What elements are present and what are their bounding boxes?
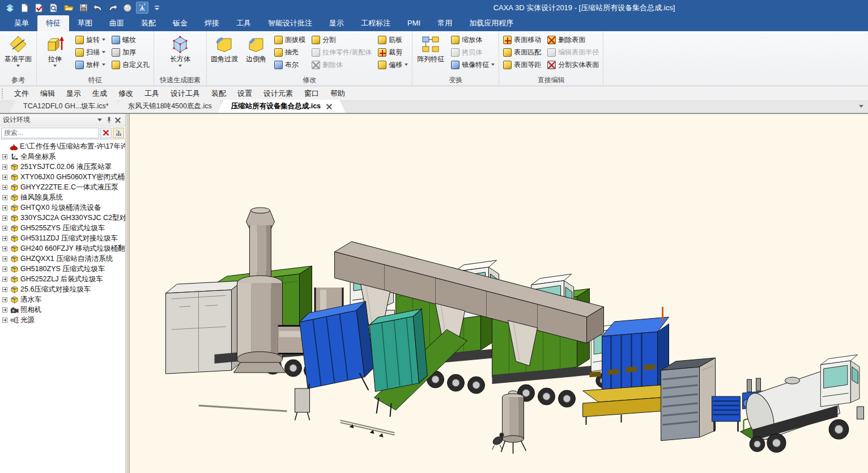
tab-list-dropdown-icon[interactable] [859,105,863,110]
toolbar-options-icon[interactable] [151,2,163,14]
new-document-icon[interactable] [18,2,31,14]
container-handler[interactable] [602,307,669,392]
menu-modify[interactable]: 修改 [113,86,139,101]
expand-icon[interactable] [2,164,7,170]
menu-edit[interactable]: 编辑 [35,86,61,101]
tree-item-camera[interactable]: 照相机 [0,305,125,315]
expand-icon[interactable] [2,277,7,282]
pin-icon[interactable] [104,116,113,125]
tab-display[interactable]: 显示 [321,15,352,31]
toolbar-grip[interactable] [2,88,5,99]
draft-face-button[interactable]: 面拔模 [272,34,308,46]
tab-smart-annotation[interactable]: 智能设计批注 [259,15,321,31]
pattern-feature-button[interactable]: 阵列特征 [414,32,447,75]
mirror-feature-button[interactable]: 镜像特征 [449,59,497,71]
menu-window[interactable]: 窗口 [299,86,325,101]
menu-display[interactable]: 显示 [61,86,87,101]
trim-button[interactable]: 裁剪 [376,47,410,58]
expand-icon[interactable] [2,318,7,323]
close-tab-icon[interactable] [326,104,332,109]
expand-icon[interactable] [2,226,7,231]
expand-icon[interactable] [2,205,7,210]
small-tank[interactable] [501,391,526,454]
smart-render-icon[interactable] [136,2,148,14]
tree-item[interactable]: GHZQXX1 压缩站自清洁系统 [0,254,125,264]
document-tab-active[interactable]: 压缩站所有设备集合总成.ics [218,100,346,113]
offset-button[interactable]: 偏移 [376,59,410,71]
render-sphere-icon[interactable] [121,2,134,14]
check-document-icon[interactable] [33,2,45,14]
expand-icon[interactable] [2,175,7,180]
tab-assembly[interactable]: 装配 [133,15,164,31]
expand-icon[interactable] [2,185,7,190]
thicken-button[interactable]: 加厚 [109,47,152,58]
open-folder-icon[interactable] [62,2,75,14]
tree-item[interactable]: 330YSJC2A GH330YSJC C2型对 [0,213,125,223]
sweep-button[interactable]: 扫描 [73,47,108,58]
tree-item[interactable]: 251YSJTC.02.06 液压泵站罩 [0,162,125,172]
redo-icon[interactable] [107,2,119,14]
loft-button[interactable]: 放样 [73,59,108,71]
menu-generate[interactable]: 生成 [87,86,113,101]
slatted-container[interactable] [661,358,716,441]
menu-help[interactable]: 帮助 [325,86,351,101]
tab-pmi[interactable]: PMI [399,15,429,31]
surface-offset-button[interactable]: 表面等距 [501,59,543,71]
tree-item[interactable]: 抽风除臭系统 [0,192,125,202]
datum-plane-button[interactable]: 基准平面 [2,32,35,75]
tab-feature[interactable]: 特征 [37,15,69,31]
expand-icon[interactable] [2,307,7,312]
menu-design-elements[interactable]: 设计元素 [258,86,299,101]
thread-button[interactable]: 螺纹 [109,34,152,46]
split-solid-surface-button[interactable]: 分割实体表面 [545,59,601,71]
expand-icon[interactable] [2,236,7,241]
tree-item[interactable]: GH5180ZYS 压缩式垃圾车 [0,264,125,274]
tab-surface[interactable]: 曲面 [101,15,133,31]
extrude-button[interactable]: 拉伸 [39,32,71,75]
tab-load-apps[interactable]: 加载应用程序 [461,15,522,31]
menu-settings[interactable]: 设置 [232,86,258,101]
delete-surface-button[interactable]: 删除表面 [545,34,601,46]
app-logo-icon[interactable] [3,2,16,14]
search-filter-icon[interactable] [113,128,124,138]
expand-icon[interactable] [2,256,7,261]
tab-common[interactable]: 常用 [429,15,461,31]
menu-design-tools[interactable]: 设计工具 [165,86,206,101]
menu-tools[interactable]: 工具 [139,86,165,101]
expand-icon[interactable] [2,297,7,302]
expand-icon[interactable] [2,195,7,200]
document-tab-2[interactable]: 东风天锦18吨4500底盘.ics [114,100,225,113]
panel-menu-icon[interactable] [95,116,104,125]
tree-item[interactable]: GHYYZ2ZTE.E.C一体式液压泵 [0,182,125,192]
tree-item[interactable]: GH240 660FZJY 移动式垃圾桶翻 [0,243,125,254]
tree-item[interactable]: GH5255ZYS 压缩式垃圾车 [0,223,125,233]
menu-assembly[interactable]: 装配 [206,86,232,101]
tree-item[interactable]: GH5252ZLJ 后装式垃圾车 [0,274,125,284]
viewport[interactable] [130,114,868,473]
tab-engineering-annotation[interactable]: 工程标注 [352,15,399,31]
tree-item-root[interactable]: E:\工作任务\压缩站布置-许\17年许工 [0,141,125,151]
scale-body-button[interactable]: 缩放体 [449,34,497,46]
expand-icon[interactable] [2,154,7,159]
menu-file[interactable]: 文件 [8,86,35,101]
shell-button[interactable]: 抽壳 [272,47,308,58]
rib-button[interactable]: 筋板 [376,34,410,46]
tree-item[interactable]: GH5311ZDJ 压缩式对接垃圾车 [0,233,125,243]
ground-rail[interactable] [341,420,395,437]
tree-item[interactable]: XTY06JX0 GH5060XTY密闭式桶 [0,172,125,182]
split-button[interactable]: 分割 [309,34,374,46]
save-icon[interactable] [77,2,90,14]
tab-welding[interactable]: 焊接 [196,15,228,31]
surface-match-button[interactable]: 表面匹配 [501,47,543,58]
expand-icon[interactable] [2,216,7,221]
camera-target[interactable] [492,433,504,450]
expand-icon[interactable] [2,287,7,292]
tree-item[interactable]: GHTQX0 垃圾桶清洗设备 [0,202,125,213]
tree-item-coordinate-system[interactable]: 全局坐标系 [0,151,125,162]
clear-search-icon[interactable] [100,128,112,138]
close-panel-icon[interactable] [113,116,122,125]
tab-sheetmetal[interactable]: 钣金 [164,15,196,31]
tree-item[interactable]: 25.6压缩式对接垃圾车 [0,284,125,294]
pallet-cart[interactable] [712,396,741,432]
revolve-button[interactable]: 旋转 [73,34,108,46]
